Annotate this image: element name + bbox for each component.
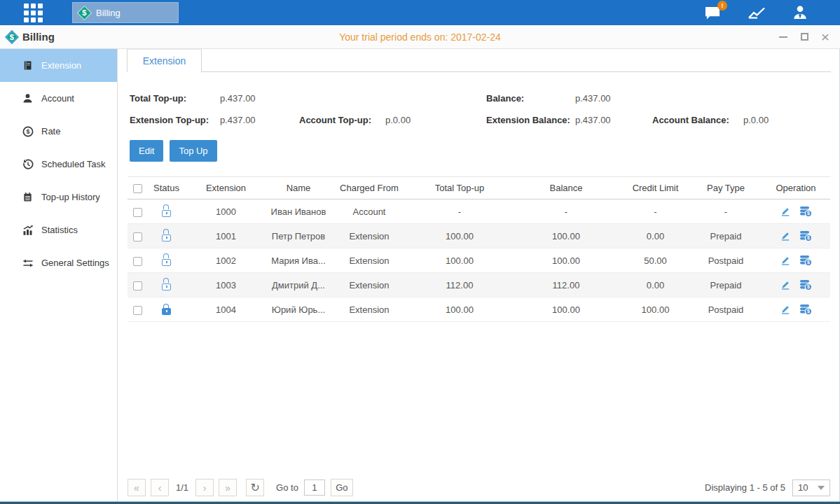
sliders-icon [22, 258, 34, 269]
first-page-button[interactable]: « [128, 479, 146, 496]
sidebar-item-label: Extension [41, 60, 81, 71]
cell-credit-limit: 50.00 [621, 248, 690, 273]
edit-icon[interactable] [780, 279, 791, 290]
window-bottom-edge [0, 501, 840, 504]
table-row: 1001 Петр Петров Extension 100.00 100.00… [128, 224, 830, 248]
account-balance-label: Account Balance: [652, 115, 743, 125]
top-up-coins-icon[interactable]: $ [799, 206, 812, 217]
table-header-row: Status Extension Name Charged From Total… [128, 177, 830, 200]
svg-text:$: $ [807, 260, 810, 266]
top-up-button[interactable]: Top Up [170, 140, 216, 162]
dollar-circle-icon: $ [22, 126, 34, 137]
user-account-icon[interactable] [792, 4, 808, 21]
edit-icon[interactable] [780, 230, 791, 241]
maximize-icon[interactable] [799, 32, 809, 42]
sidebar-item-label: Scheduled Task [41, 159, 106, 169]
close-icon[interactable] [820, 32, 830, 42]
lock-status-icon [162, 308, 171, 315]
table-row: 1003 Дмитрий Д... Extension 112.00 112.0… [128, 273, 830, 298]
total-topup-value: p.437.00 [220, 93, 299, 104]
page-size-value: 10 [798, 482, 808, 493]
sidebar: Extension Account $ Rate Scheduled Task … [0, 49, 118, 501]
go-button[interactable]: Go [331, 479, 353, 496]
select-all-checkbox[interactable] [133, 184, 142, 193]
page-title: Billing [22, 31, 55, 43]
messages-icon[interactable]: ! [704, 5, 722, 21]
sidebar-item-label: Top-up History [41, 192, 100, 202]
sidebar-item-label: Statistics [41, 225, 78, 235]
table-row: 1004 Юрий Юрь... Extension 100.00 100.00… [128, 298, 830, 322]
cell-extension: 1002 [186, 248, 266, 273]
prev-page-button[interactable]: ‹ [151, 479, 169, 496]
tab-strip: Extension [127, 49, 831, 72]
minimize-icon[interactable] [778, 32, 788, 42]
row-checkbox[interactable] [133, 257, 142, 266]
sidebar-item-rate[interactable]: $ Rate [0, 115, 117, 148]
sidebar-item-account[interactable]: Account [0, 82, 117, 115]
row-checkbox[interactable] [133, 208, 142, 217]
refresh-icon[interactable]: ↻ [246, 479, 264, 496]
balance-label: Balance: [486, 93, 575, 104]
cell-extension: 1000 [186, 200, 266, 224]
taskbar-tab-billing[interactable]: $ Billing [72, 2, 179, 23]
top-up-coins-icon[interactable]: $ [799, 304, 812, 315]
edit-icon[interactable] [780, 304, 791, 315]
page-size-select[interactable]: 10 [792, 479, 830, 496]
col-balance: Balance [511, 177, 621, 200]
next-page-button[interactable]: › [195, 479, 214, 496]
row-checkbox[interactable] [133, 232, 142, 241]
cell-credit-limit: - [621, 200, 690, 224]
cell-name: Мария Ива... [266, 248, 331, 273]
sidebar-item-scheduled-task[interactable]: Scheduled Task [0, 148, 117, 181]
top-up-coins-icon[interactable]: $ [799, 255, 812, 266]
billing-logo-icon: $ [5, 30, 19, 44]
main-content: Extension Total Top-up: p.437.00 Balance… [118, 49, 840, 501]
tab-extension[interactable]: Extension [127, 49, 202, 72]
goto-page-input[interactable] [304, 479, 325, 496]
row-checkbox[interactable] [133, 306, 142, 315]
cell-balance: 100.00 [511, 224, 621, 248]
cell-pay-type: - [690, 200, 762, 224]
col-status: Status [147, 177, 186, 200]
lock-status-icon [162, 234, 171, 241]
account-topup-label: Account Top-up: [299, 115, 385, 125]
edit-button[interactable]: Edit [130, 140, 163, 162]
table-row: 1002 Мария Ива... Extension 100.00 100.0… [128, 248, 830, 273]
account-balance-value: p.0.00 [743, 115, 769, 125]
sidebar-item-topup-history[interactable]: Top-up History [0, 181, 117, 214]
cell-extension: 1001 [186, 224, 266, 248]
top-up-coins-icon[interactable]: $ [799, 230, 812, 241]
edit-icon[interactable] [780, 206, 791, 217]
col-charged-from: Charged From [331, 177, 408, 200]
cell-credit-limit: 100.00 [621, 298, 690, 322]
table-row: 1000 Иван Иванов Account - - - - $ [128, 200, 830, 224]
col-extension: Extension [186, 177, 266, 200]
sidebar-item-general-settings[interactable]: General Settings [0, 246, 117, 279]
trial-notice: Your trial period ends on: 2017-02-24 [0, 31, 840, 43]
history-clock-icon [22, 159, 34, 170]
edit-icon[interactable] [780, 255, 791, 266]
cell-total-topup: 100.00 [408, 298, 511, 322]
top-up-coins-icon[interactable]: $ [799, 279, 812, 290]
app-grid-icon[interactable] [24, 4, 43, 22]
cell-name: Петр Петров [266, 224, 331, 248]
sidebar-item-label: Account [41, 93, 74, 104]
extension-topup-label: Extension Top-up: [130, 115, 220, 125]
cell-total-topup: 100.00 [408, 248, 511, 273]
sidebar-item-statistics[interactable]: Statistics [0, 214, 117, 246]
notepad-icon [22, 192, 34, 202]
svg-text:$: $ [807, 285, 810, 290]
window-title-bar: Your trial period ends on: 2017-02-24 $ … [0, 25, 840, 49]
person-icon [22, 93, 34, 104]
sidebar-item-extension[interactable]: Extension [0, 49, 117, 82]
cell-charged-from: Account [331, 200, 408, 224]
last-page-button[interactable]: » [219, 479, 237, 496]
col-operation: Operation [762, 177, 830, 200]
cell-name: Юрий Юрь... [266, 298, 331, 322]
displaying-text: Displaying 1 - 5 of 5 [705, 482, 785, 493]
reports-chart-icon[interactable] [748, 5, 766, 20]
svg-text:$: $ [26, 128, 29, 135]
cell-balance: 100.00 [511, 248, 621, 273]
cell-pay-type: Prepaid [690, 273, 762, 298]
row-checkbox[interactable] [133, 281, 142, 290]
